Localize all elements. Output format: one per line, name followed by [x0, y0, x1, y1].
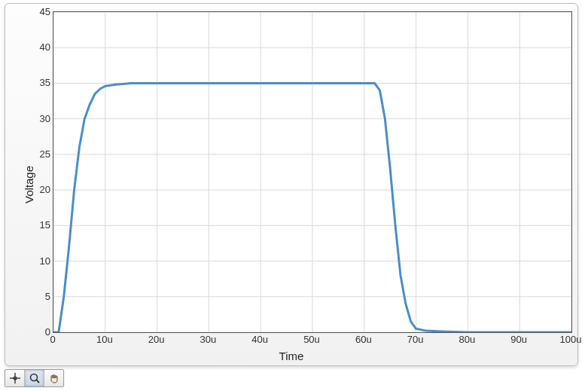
x-tick-label: 10u: [90, 334, 120, 345]
plot-area[interactable]: [53, 11, 572, 333]
y-axis-label: Voltage: [23, 166, 35, 203]
x-tick-label: 50u: [297, 334, 327, 345]
x-tick-label: 30u: [193, 334, 223, 345]
x-tick-label: 20u: [142, 334, 172, 345]
x-tick-label: 40u: [245, 334, 275, 345]
plot-svg: [53, 12, 571, 332]
x-axis-label: Time: [5, 350, 577, 362]
x-tick-label: 70u: [401, 334, 431, 345]
y-tick-label: 10: [28, 255, 50, 266]
cursor-tool-button[interactable]: [5, 370, 25, 386]
pan-tool-button[interactable]: [44, 370, 63, 386]
y-tick-label: 5: [28, 290, 50, 301]
x-tick-label: 60u: [349, 334, 379, 345]
svg-line-25: [36, 380, 39, 383]
y-tick-label: 35: [28, 77, 50, 88]
zoom-icon: [29, 372, 41, 384]
y-tick-label: 15: [28, 219, 50, 231]
crosshair-icon: [9, 372, 21, 384]
y-tick-label: 40: [28, 41, 50, 53]
y-tick-label: 45: [28, 6, 50, 17]
svg-point-24: [30, 374, 37, 381]
y-tick-label: 30: [28, 112, 50, 124]
x-tick-label: 0: [38, 334, 68, 345]
x-tick-label: 100u: [556, 334, 586, 345]
x-tick-label: 80u: [452, 334, 482, 345]
x-tick-label: 90u: [504, 334, 534, 345]
chart-panel: 051015202530354045 010u20u30u40u50u60u70…: [5, 3, 578, 366]
zoom-tool-button[interactable]: [25, 370, 44, 386]
graph-toolbar: [5, 369, 64, 387]
pan-hand-icon: [48, 372, 60, 384]
y-tick-label: 25: [28, 148, 50, 159]
